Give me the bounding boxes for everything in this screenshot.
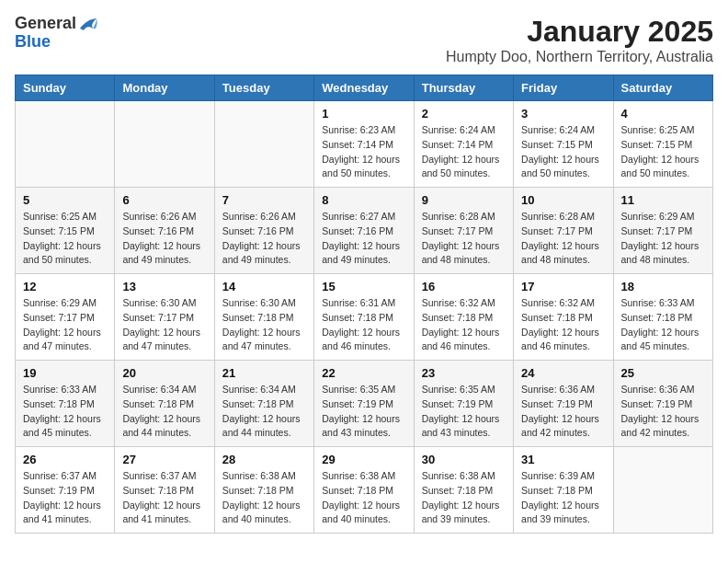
weekday-header-saturday: Saturday xyxy=(613,75,712,101)
day-number: 23 xyxy=(422,366,506,380)
weekday-header-wednesday: Wednesday xyxy=(314,75,414,101)
day-number: 13 xyxy=(122,280,206,293)
calendar-cell: 11Sunrise: 6:29 AMSunset: 7:17 PMDayligh… xyxy=(613,188,712,274)
day-number: 12 xyxy=(23,280,107,293)
day-number: 26 xyxy=(23,453,107,466)
calendar-cell: 3Sunrise: 6:24 AMSunset: 7:15 PMDaylight… xyxy=(514,101,613,188)
day-detail: Sunrise: 6:24 AMSunset: 7:14 PMDaylight:… xyxy=(422,123,506,181)
calendar-table: SundayMondayTuesdayWednesdayThursdayFrid… xyxy=(15,75,713,534)
calendar-cell: 28Sunrise: 6:38 AMSunset: 7:18 PMDayligh… xyxy=(214,447,313,534)
day-detail: Sunrise: 6:23 AMSunset: 7:14 PMDaylight:… xyxy=(322,123,405,181)
weekday-header-monday: Monday xyxy=(115,75,214,101)
day-detail: Sunrise: 6:37 AMSunset: 7:18 PMDaylight:… xyxy=(122,469,206,527)
day-number: 31 xyxy=(521,453,605,466)
calendar-cell: 15Sunrise: 6:31 AMSunset: 7:18 PMDayligh… xyxy=(314,274,414,361)
day-detail: Sunrise: 6:37 AMSunset: 7:19 PMDaylight:… xyxy=(23,469,107,527)
calendar-cell xyxy=(115,101,214,188)
calendar-cell: 5Sunrise: 6:25 AMSunset: 7:15 PMDaylight… xyxy=(16,188,115,274)
day-number: 14 xyxy=(222,280,306,293)
logo-blue-text: Blue xyxy=(15,33,51,52)
day-detail: Sunrise: 6:36 AMSunset: 7:19 PMDaylight:… xyxy=(621,383,705,441)
day-detail: Sunrise: 6:33 AMSunset: 7:18 PMDaylight:… xyxy=(621,296,705,354)
page-subtitle: Humpty Doo, Northern Territory, Australi… xyxy=(446,49,713,65)
calendar-cell: 1Sunrise: 6:23 AMSunset: 7:14 PMDaylight… xyxy=(314,101,414,188)
calendar-cell: 13Sunrise: 6:30 AMSunset: 7:17 PMDayligh… xyxy=(115,274,214,361)
day-number: 24 xyxy=(521,366,605,380)
day-detail: Sunrise: 6:36 AMSunset: 7:19 PMDaylight:… xyxy=(521,383,605,441)
calendar-cell: 30Sunrise: 6:38 AMSunset: 7:18 PMDayligh… xyxy=(414,447,513,534)
calendar-cell: 23Sunrise: 6:35 AMSunset: 7:19 PMDayligh… xyxy=(414,361,513,447)
day-number: 27 xyxy=(122,453,206,466)
calendar-cell: 19Sunrise: 6:33 AMSunset: 7:18 PMDayligh… xyxy=(16,361,115,447)
day-number: 3 xyxy=(521,107,605,121)
day-detail: Sunrise: 6:33 AMSunset: 7:18 PMDaylight:… xyxy=(23,383,107,441)
calendar-row-1: 5Sunrise: 6:25 AMSunset: 7:15 PMDaylight… xyxy=(16,188,713,274)
calendar-row-2: 12Sunrise: 6:29 AMSunset: 7:17 PMDayligh… xyxy=(16,274,713,361)
day-detail: Sunrise: 6:31 AMSunset: 7:18 PMDaylight:… xyxy=(322,296,405,354)
day-detail: Sunrise: 6:28 AMSunset: 7:17 PMDaylight:… xyxy=(422,210,506,268)
calendar-cell: 27Sunrise: 6:37 AMSunset: 7:18 PMDayligh… xyxy=(115,447,214,534)
calendar-cell: 22Sunrise: 6:35 AMSunset: 7:19 PMDayligh… xyxy=(314,361,414,447)
day-detail: Sunrise: 6:24 AMSunset: 7:15 PMDaylight:… xyxy=(521,123,605,181)
calendar-cell xyxy=(214,101,313,188)
day-number: 7 xyxy=(222,193,306,207)
day-detail: Sunrise: 6:29 AMSunset: 7:17 PMDaylight:… xyxy=(23,296,107,354)
page-title: January 2025 xyxy=(446,15,713,49)
day-number: 6 xyxy=(122,193,206,207)
day-detail: Sunrise: 6:32 AMSunset: 7:18 PMDaylight:… xyxy=(422,296,506,354)
day-detail: Sunrise: 6:34 AMSunset: 7:18 PMDaylight:… xyxy=(222,383,306,441)
calendar-cell: 8Sunrise: 6:27 AMSunset: 7:16 PMDaylight… xyxy=(314,188,414,274)
day-number: 16 xyxy=(422,280,506,293)
day-detail: Sunrise: 6:28 AMSunset: 7:17 PMDaylight:… xyxy=(521,210,605,268)
day-number: 22 xyxy=(322,366,405,380)
day-detail: Sunrise: 6:35 AMSunset: 7:19 PMDaylight:… xyxy=(322,383,405,441)
calendar-cell: 6Sunrise: 6:26 AMSunset: 7:16 PMDaylight… xyxy=(115,188,214,274)
logo-general-text: General xyxy=(15,15,76,33)
day-number: 20 xyxy=(122,366,206,380)
day-number: 25 xyxy=(621,366,705,380)
calendar-cell: 18Sunrise: 6:33 AMSunset: 7:18 PMDayligh… xyxy=(613,274,712,361)
calendar-cell: 9Sunrise: 6:28 AMSunset: 7:17 PMDaylight… xyxy=(414,188,513,274)
calendar-cell: 24Sunrise: 6:36 AMSunset: 7:19 PMDayligh… xyxy=(514,361,613,447)
day-detail: Sunrise: 6:38 AMSunset: 7:18 PMDaylight:… xyxy=(322,469,405,527)
day-detail: Sunrise: 6:27 AMSunset: 7:16 PMDaylight:… xyxy=(322,210,405,268)
calendar-cell: 12Sunrise: 6:29 AMSunset: 7:17 PMDayligh… xyxy=(16,274,115,361)
calendar-row-4: 26Sunrise: 6:37 AMSunset: 7:19 PMDayligh… xyxy=(16,447,713,534)
calendar-cell: 29Sunrise: 6:38 AMSunset: 7:18 PMDayligh… xyxy=(314,447,414,534)
day-detail: Sunrise: 6:29 AMSunset: 7:17 PMDaylight:… xyxy=(621,210,705,268)
calendar-cell: 25Sunrise: 6:36 AMSunset: 7:19 PMDayligh… xyxy=(613,361,712,447)
day-detail: Sunrise: 6:26 AMSunset: 7:16 PMDaylight:… xyxy=(122,210,206,268)
day-detail: Sunrise: 6:34 AMSunset: 7:18 PMDaylight:… xyxy=(122,383,206,441)
day-number: 5 xyxy=(23,193,107,207)
calendar-cell: 14Sunrise: 6:30 AMSunset: 7:18 PMDayligh… xyxy=(214,274,313,361)
calendar-header-row: SundayMondayTuesdayWednesdayThursdayFrid… xyxy=(16,75,713,101)
calendar-cell: 7Sunrise: 6:26 AMSunset: 7:16 PMDaylight… xyxy=(214,188,313,274)
calendar-cell: 2Sunrise: 6:24 AMSunset: 7:14 PMDaylight… xyxy=(414,101,513,188)
weekday-header-sunday: Sunday xyxy=(16,75,115,101)
day-number: 18 xyxy=(621,280,705,293)
day-number: 30 xyxy=(422,453,506,466)
calendar-cell: 20Sunrise: 6:34 AMSunset: 7:18 PMDayligh… xyxy=(115,361,214,447)
day-number: 10 xyxy=(521,193,605,207)
day-number: 1 xyxy=(322,107,405,121)
day-detail: Sunrise: 6:35 AMSunset: 7:19 PMDaylight:… xyxy=(422,383,506,441)
day-number: 17 xyxy=(521,280,605,293)
day-number: 11 xyxy=(621,193,705,207)
calendar-cell: 4Sunrise: 6:25 AMSunset: 7:15 PMDaylight… xyxy=(613,101,712,188)
calendar-cell xyxy=(613,447,712,534)
weekday-header-tuesday: Tuesday xyxy=(214,75,313,101)
day-detail: Sunrise: 6:30 AMSunset: 7:17 PMDaylight:… xyxy=(122,296,206,354)
day-number: 28 xyxy=(222,453,306,466)
day-detail: Sunrise: 6:30 AMSunset: 7:18 PMDaylight:… xyxy=(222,296,306,354)
day-number: 15 xyxy=(322,280,405,293)
logo-bird-icon xyxy=(78,16,98,32)
calendar-row-0: 1Sunrise: 6:23 AMSunset: 7:14 PMDaylight… xyxy=(16,101,713,188)
day-detail: Sunrise: 6:25 AMSunset: 7:15 PMDaylight:… xyxy=(23,210,107,268)
day-number: 21 xyxy=(222,366,306,380)
day-number: 29 xyxy=(322,453,405,466)
day-detail: Sunrise: 6:26 AMSunset: 7:16 PMDaylight:… xyxy=(222,210,306,268)
page-header: General Blue January 2025 Humpty Doo, No… xyxy=(15,15,713,65)
day-number: 9 xyxy=(422,193,506,207)
day-number: 8 xyxy=(322,193,405,207)
calendar-cell: 31Sunrise: 6:39 AMSunset: 7:18 PMDayligh… xyxy=(514,447,613,534)
